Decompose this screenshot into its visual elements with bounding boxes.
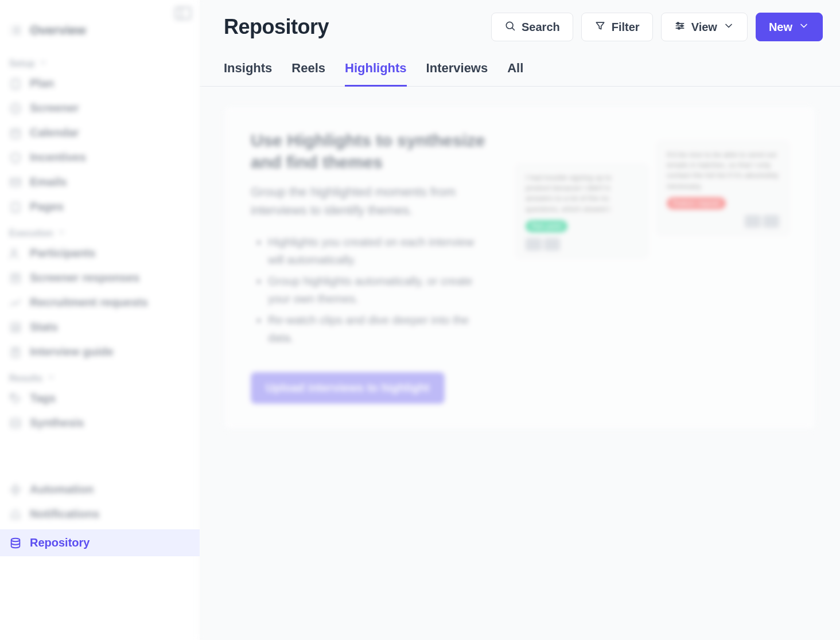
button-label: New <box>769 21 792 34</box>
svg-line-21 <box>512 28 515 30</box>
sidebar-item-screener[interactable]: Screener <box>0 96 199 120</box>
sidebar-item-tags[interactable]: Tags <box>0 386 199 411</box>
filter-button[interactable]: Filter <box>581 13 653 41</box>
example-thumbnails <box>526 238 638 251</box>
tab-highlights[interactable]: Highlights <box>345 52 407 86</box>
incentives-icon <box>9 151 22 164</box>
empty-state-text: Use Highlights to synthesize and find th… <box>251 130 487 404</box>
sidebar-item-label: Calendar <box>30 126 79 139</box>
automation-icon <box>9 483 22 496</box>
empty-state-bullet: Re-watch clips and dive deeper into the … <box>268 311 487 347</box>
empty-state-title: Use Highlights to synthesize and find th… <box>251 130 487 173</box>
sidebar-group-execution[interactable]: Execution <box>0 219 199 241</box>
empty-state-bullets: Highlights you created on each interview… <box>251 233 487 347</box>
sidebar-item-calendar[interactable]: Calendar <box>0 120 199 145</box>
empty-state-bullet: Highlights you created on each interview… <box>268 233 487 269</box>
sliders-icon <box>674 20 686 34</box>
example-note-text: It'd be nice to be able to send out emai… <box>667 150 779 192</box>
example-note-right: It'd be nice to be able to send out emai… <box>657 141 789 235</box>
list-icon <box>9 24 22 37</box>
sidebar-item-label: Stats <box>30 321 58 334</box>
sidebar-item-label: Screener <box>30 102 79 115</box>
svg-point-20 <box>506 22 513 29</box>
stats-icon <box>9 321 22 334</box>
sidebar-item-participants[interactable]: Participants <box>0 241 199 266</box>
sidebar-item-notifications[interactable]: Notifications <box>0 502 199 526</box>
tab-interviews[interactable]: Interviews <box>426 52 488 86</box>
sidebar-item-automation[interactable]: Automation <box>0 477 199 502</box>
tag-icon <box>9 392 22 405</box>
sidebar-item-label: Synthesis <box>30 416 84 430</box>
sidebar-item-label: Repository <box>30 536 90 549</box>
panel-toggle[interactable] <box>175 7 191 19</box>
chevron-down-icon <box>57 228 65 239</box>
sidebar-group-results[interactable]: Results <box>0 364 199 386</box>
sidebar-item-label: Notifications <box>30 508 99 521</box>
sidebar-item-plan[interactable]: Plan <box>0 71 199 96</box>
responses-icon <box>9 272 22 284</box>
requests-icon <box>9 296 22 309</box>
sidebar-item-label: Emails <box>30 175 67 189</box>
sidebar-item-emails[interactable]: Emails <box>0 170 199 194</box>
view-button[interactable]: View <box>661 13 748 41</box>
example-thumbnails <box>667 215 779 228</box>
sidebar-item-synthesis[interactable]: Synthesis <box>0 411 199 435</box>
chevron-down-icon <box>47 373 55 384</box>
button-label: Search <box>522 21 560 34</box>
svg-rect-11 <box>12 202 20 212</box>
pages-icon <box>9 201 22 213</box>
bell-icon <box>9 508 22 521</box>
sidebar-item-label: Screener responses <box>30 271 139 284</box>
sidebar-item-label: Recruitment requests <box>30 296 148 309</box>
header-actions: Search Filter View New <box>491 13 823 41</box>
upload-interviews-button[interactable]: Upload interviews to highlight <box>251 372 445 404</box>
tab-insights[interactable]: Insights <box>224 52 272 86</box>
svg-rect-6 <box>12 79 20 88</box>
sidebar-group-label: Execution <box>9 228 53 239</box>
thumbnail-icon <box>745 215 761 228</box>
empty-state-bullet: Group highlights automatically, or creat… <box>268 272 487 308</box>
chevron-down-icon <box>723 20 734 34</box>
sidebar-item-pages[interactable]: Pages <box>0 194 199 219</box>
sidebar-item-screener-responses[interactable]: Screener responses <box>0 266 199 290</box>
svg-point-12 <box>12 249 16 253</box>
search-button[interactable]: Search <box>491 13 573 41</box>
svg-point-16 <box>12 395 14 397</box>
svg-rect-8 <box>11 129 20 138</box>
tabs: Insights Reels Highlights Interviews All <box>200 52 840 87</box>
empty-state-card: Use Highlights to synthesize and find th… <box>224 106 816 430</box>
mail-icon <box>9 176 22 189</box>
sidebar-item-stats[interactable]: Stats <box>0 315 199 339</box>
example-pill-pain-point: Pain point <box>526 220 567 232</box>
new-button[interactable]: New <box>756 13 823 41</box>
sidebar-group-label: Setup <box>9 58 34 69</box>
thumbnail-icon <box>544 238 560 251</box>
sidebar-item-label: Plan <box>30 77 54 90</box>
chevron-down-icon <box>798 20 810 34</box>
tab-all[interactable]: All <box>507 52 523 86</box>
example-note-left: I had trouble signing up to product beca… <box>516 164 648 258</box>
button-label: View <box>691 21 717 34</box>
tab-reels[interactable]: Reels <box>291 52 325 86</box>
sidebar-item-label: Incentives <box>30 151 86 164</box>
sidebar-item-recruitment-requests[interactable]: Recruitment requests <box>0 290 199 315</box>
database-icon <box>9 537 22 549</box>
screener-icon <box>9 102 22 115</box>
sidebar-item-label: Overview <box>30 23 86 38</box>
sidebar-item-interview-guide[interactable]: Interview guide <box>0 339 199 364</box>
chevron-down-icon <box>39 58 47 69</box>
users-icon <box>9 247 22 260</box>
sidebar-item-label: Participants <box>30 247 95 260</box>
sidebar-item-overview[interactable]: Overview <box>0 6 199 49</box>
search-icon <box>504 20 516 34</box>
sidebar-item-repository[interactable]: Repository <box>0 529 200 556</box>
thumbnail-icon <box>526 238 542 251</box>
synthesis-icon <box>9 417 22 430</box>
filter-icon <box>594 20 606 34</box>
sidebar-item-incentives[interactable]: Incentives <box>0 145 199 170</box>
sidebar-group-setup[interactable]: Setup <box>0 49 199 71</box>
sidebar-item-label: Interview guide <box>30 345 114 358</box>
button-label: Upload interviews to highlight <box>266 381 430 395</box>
svg-marker-18 <box>11 484 21 494</box>
calendar-icon <box>9 127 22 139</box>
